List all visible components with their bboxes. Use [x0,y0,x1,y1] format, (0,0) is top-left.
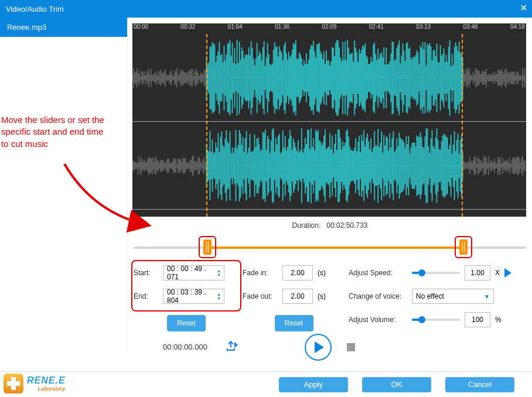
speed-label: Adjust Speed: [349,269,407,277]
voice-label: Change of voice: [349,292,407,300]
fade-in-input[interactable] [282,265,313,280]
speed-unit: X [495,269,500,277]
time-ruler: 00:00 00:32 01:04 01:36 02:09 02:41 03:1… [132,23,526,34]
chevron-down-icon: ▼ [484,293,490,300]
fade-out-input[interactable] [282,289,313,304]
speed-slider[interactable] [412,272,460,274]
volume-slider[interactable] [412,319,460,321]
sidebar-item-label: Renee.mp3 [7,23,46,32]
fade-out-label: Fade out: [243,292,278,300]
voice-select[interactable]: No effect ▼ [412,289,494,304]
annotation-text: Move the sliders or set the specific sta… [1,114,107,150]
annotation-arrow [59,158,199,240]
annotation-highlight-times [131,260,241,312]
speed-input[interactable] [465,265,490,280]
stop-button[interactable] [347,343,355,351]
window-title: Video/Audio Trim [6,5,64,13]
reset-trim-button[interactable]: Reset [167,315,206,331]
reset-fade-button[interactable]: Reset [275,315,313,331]
playback-bar: 00:00:00.000 [128,331,532,363]
duration-label: Duration: [292,221,321,230]
fade-panel: Fade in: (s) Fade out: (s) Reset [243,258,345,335]
annotation-highlight-end [455,236,472,258]
fade-unit: (s) [318,292,326,300]
play-icon [315,341,324,353]
annotation-highlight-start [199,236,216,258]
selection-overlay [206,34,463,217]
cancel-button[interactable]: Cancel [445,377,514,392]
titlebar: Video/Audio Trim ✕ [0,0,532,18]
fade-in-label: Fade in: [243,269,278,277]
volume-unit: % [495,316,502,324]
speed-preview-icon[interactable] [504,268,511,278]
play-button[interactable] [305,334,332,361]
slider-fill [207,247,463,249]
close-icon[interactable]: ✕ [520,2,527,13]
ok-button[interactable]: OK [362,377,431,392]
duration-value: 00:02:50.733 [326,221,367,230]
apply-button[interactable]: Apply [279,377,348,392]
volume-label: Adjust Volume: [349,316,407,324]
fade-unit: (s) [318,269,326,277]
adjust-panel: Adjust Speed: X Change of voice: No effe… [349,258,526,335]
sidebar-item-file[interactable]: Renee.mp3 [0,18,127,37]
playback-time: 00:00:00.000 [163,343,207,351]
volume-input[interactable] [465,312,490,327]
export-icon[interactable] [226,340,238,354]
footer-bar: Apply OK Cancel [0,371,532,397]
